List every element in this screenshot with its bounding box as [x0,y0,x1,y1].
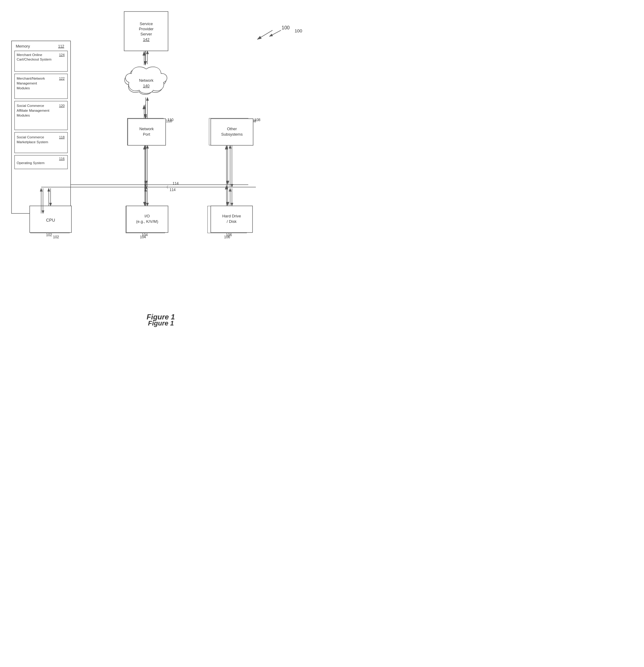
svg-text:116: 116 [59,157,64,161]
svg-text:Provider: Provider [139,27,154,31]
svg-text:Subsystems: Subsystems [221,132,243,136]
svg-text:120: 120 [59,104,64,108]
svg-text:124: 124 [59,53,64,56]
svg-text:I/O: I/O [144,214,149,218]
main-svg-layer: Memory 112 Merchant Online Cart/Checkout… [0,0,322,334]
svg-text:Management: Management [17,81,37,85]
svg-text:Server: Server [141,32,152,36]
svg-line-99 [270,30,281,36]
svg-text:Cart/Checkout System: Cart/Checkout System [17,58,51,61]
svg-text:106: 106 [226,233,232,237]
svg-text:Modules: Modules [17,114,30,117]
svg-text:110: 110 [167,118,174,122]
svg-text:Memory: Memory [16,44,30,48]
svg-text:122: 122 [59,77,64,80]
svg-text:Other: Other [227,127,237,131]
svg-text:Social Commerce: Social Commerce [17,135,44,139]
svg-text:Merchant/Network: Merchant/Network [17,77,45,80]
svg-text:112: 112 [58,44,64,48]
svg-text:Network: Network [139,78,154,83]
svg-text:Social Commerce: Social Commerce [17,104,44,108]
svg-text:142: 142 [143,37,149,42]
svg-text:Port: Port [143,132,150,136]
svg-text:(e.g., K/V/M): (e.g., K/V/M) [136,219,158,224]
svg-text:Operating System: Operating System [17,161,45,165]
svg-text:Affiliate Management: Affiliate Management [17,109,50,112]
svg-rect-54 [124,12,168,51]
svg-text:Merchant Online: Merchant Online [17,53,42,56]
svg-text:104: 104 [142,233,148,237]
svg-text:108: 108 [254,118,260,122]
svg-text:118: 118 [59,135,64,139]
svg-text:140: 140 [143,84,149,88]
svg-text:Modules: Modules [17,86,30,90]
svg-text:Service: Service [140,21,152,26]
svg-text:114: 114 [173,181,179,185]
svg-text:100: 100 [281,25,290,30]
svg-text:CPU: CPU [46,218,55,223]
svg-text:Figure 1: Figure 1 [147,313,175,321]
main-diagram-svg: Memory 112 Merchant Online Cart/Checkout… [0,0,322,334]
svg-text:Hard Drive: Hard Drive [222,214,241,218]
svg-text:/ Disk: / Disk [227,219,237,224]
svg-text:Network: Network [139,127,154,131]
svg-text:102: 102 [46,233,52,237]
svg-text:Marketplace System: Marketplace System [17,140,48,144]
